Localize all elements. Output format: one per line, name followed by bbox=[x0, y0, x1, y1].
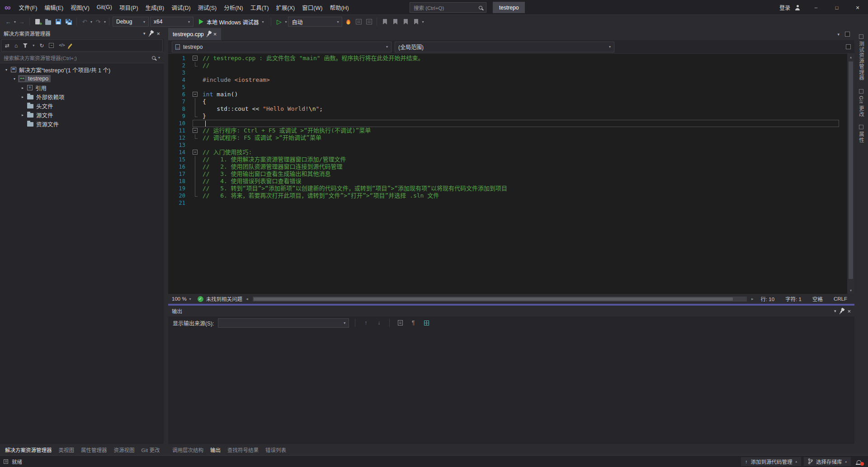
code-line-6[interactable]: 6−int main() bbox=[168, 91, 845, 98]
caret-line-indicator[interactable]: 行: 10 bbox=[757, 295, 778, 302]
tree-item[interactable]: ▾解决方案“testrepo”(1 个项目/共 1 个) bbox=[0, 65, 164, 74]
horizontal-scrollbar-thumb[interactable] bbox=[254, 297, 733, 301]
navigate-back-dropdown-icon[interactable]: ▾ bbox=[14, 20, 16, 24]
next-bookmark-icon[interactable] bbox=[401, 17, 410, 27]
debug-target-dropdown-icon[interactable]: ▾ bbox=[262, 20, 264, 24]
caret-char-indicator[interactable]: 字符: 1 bbox=[782, 295, 805, 302]
code-line-2[interactable]: 2// bbox=[168, 62, 845, 69]
undo-icon[interactable]: ↶ bbox=[80, 17, 89, 27]
vertical-scrollbar-thumb[interactable] bbox=[849, 61, 853, 279]
chevron-collapsed-icon[interactable]: ▸ bbox=[19, 95, 26, 99]
scroll-down-icon[interactable]: ▾ bbox=[850, 287, 852, 294]
save-all-icon[interactable] bbox=[64, 17, 73, 27]
menu-item-9[interactable]: 工具(T) bbox=[247, 0, 273, 14]
eol-indicator[interactable]: CRLF bbox=[830, 296, 851, 302]
attach-to-process-icon[interactable] bbox=[354, 17, 363, 27]
minimize-button[interactable]: ─ bbox=[806, 0, 826, 15]
toggle-word-wrap-icon[interactable]: ¶ bbox=[409, 318, 418, 327]
autohide-tab-2[interactable]: 属性 bbox=[858, 125, 865, 143]
menu-item-10[interactable]: 扩展(X) bbox=[273, 0, 299, 14]
fold-collapse-icon[interactable]: − bbox=[193, 56, 198, 61]
code-line-10[interactable]: 10 bbox=[168, 120, 845, 127]
tree-item[interactable]: 资源文件 bbox=[0, 119, 164, 128]
code-line-4[interactable]: 4#include <iostream> bbox=[168, 76, 845, 84]
active-documents-dropdown-icon[interactable]: ▾ bbox=[837, 32, 840, 37]
open-file-icon[interactable] bbox=[43, 17, 52, 27]
toolbar-overflow-icon[interactable]: ▾ bbox=[422, 20, 424, 24]
left-panel-tab-3[interactable]: 资源视图 bbox=[111, 445, 138, 455]
solution-explorer-search-box[interactable]: 搜索解决方案资源管理器(Ctrl+;) ▾ bbox=[0, 52, 164, 63]
zoom-dropdown[interactable]: 100 % ▾ bbox=[172, 296, 194, 302]
tree-item[interactable]: 头文件 bbox=[0, 101, 164, 110]
navigate-back-icon[interactable]: ← bbox=[4, 17, 13, 27]
output-panel-header[interactable]: 输出 ▾ × bbox=[168, 306, 854, 316]
menu-item-0[interactable]: 文件(F) bbox=[15, 0, 41, 14]
solution-configuration-dropdown[interactable]: Debug▾ bbox=[113, 17, 149, 27]
code-line-18[interactable]: 18// 4. 使用错误列表窗口查看错误 bbox=[168, 178, 845, 185]
notifications-button[interactable] bbox=[854, 457, 864, 466]
output-layout-icon[interactable] bbox=[422, 318, 431, 327]
solution-explorer-header[interactable]: 解决方案资源管理器 ▾ × bbox=[0, 28, 164, 39]
menu-item-5[interactable]: 生成(B) bbox=[142, 0, 168, 14]
menu-item-6[interactable]: 调试(D) bbox=[168, 0, 194, 14]
save-icon[interactable] bbox=[54, 17, 63, 27]
undo-dropdown-icon[interactable]: ▾ bbox=[90, 20, 92, 24]
scroll-left-icon[interactable]: ◂ bbox=[246, 297, 248, 301]
close-panel-icon[interactable]: × bbox=[847, 308, 851, 314]
window-position-dropdown-icon[interactable]: ▾ bbox=[143, 31, 146, 36]
search-options-dropdown-icon[interactable]: ▾ bbox=[158, 56, 160, 60]
bookmark-window-icon[interactable] bbox=[411, 17, 420, 27]
maximize-button[interactable]: □ bbox=[826, 0, 847, 15]
fold-collapse-icon[interactable]: − bbox=[193, 128, 198, 133]
code-line-8[interactable]: 8 std::cout << "Hello World!\n"; bbox=[168, 105, 845, 113]
view-code-icon[interactable]: </> bbox=[59, 43, 65, 47]
sign-in-button[interactable]: 登录 bbox=[775, 4, 795, 11]
code-area[interactable]: 1−// testrepo.cpp : 此文件包含 "main" 函数。程序执行… bbox=[168, 54, 854, 294]
home-icon[interactable]: ⌂ bbox=[14, 43, 18, 48]
horizontal-scrollbar[interactable] bbox=[253, 297, 747, 302]
code-line-14[interactable]: 14−// 入门使用技巧: bbox=[168, 149, 845, 156]
output-source-dropdown[interactable]: ▾ bbox=[218, 318, 349, 328]
project-scope-dropdown[interactable]: ++ testrepo ▾ bbox=[172, 42, 392, 52]
chevron-expanded-icon[interactable]: ▾ bbox=[11, 77, 18, 81]
menu-item-4[interactable]: 项目(P) bbox=[116, 0, 142, 14]
previous-message-icon[interactable]: ↑ bbox=[361, 318, 370, 327]
code-line-20[interactable]: 20// 6. 将来，若要再次打开此项目，请转到“文件”>“打开”>“项目”并选… bbox=[168, 192, 845, 199]
fold-margin[interactable]: − bbox=[192, 55, 200, 62]
chevron-collapsed-icon[interactable]: ▸ bbox=[19, 86, 26, 90]
quick-search-box[interactable]: 搜索 (Ctrl+Q) bbox=[410, 2, 486, 13]
fold-collapse-icon[interactable]: − bbox=[193, 92, 198, 97]
previous-bookmark-icon[interactable] bbox=[380, 17, 389, 27]
chevron-collapsed-icon[interactable]: ▸ bbox=[19, 113, 26, 117]
redo-icon[interactable]: ↷ bbox=[94, 17, 103, 27]
code-line-7[interactable]: 7{ bbox=[168, 98, 845, 105]
collapse-all-icon[interactable]: − bbox=[49, 43, 54, 48]
start-without-debugging-icon[interactable]: ▷ bbox=[274, 17, 283, 27]
split-editor-icon[interactable] bbox=[846, 44, 851, 49]
select-repository-button[interactable]: 选择存储库 ▴ bbox=[804, 457, 851, 466]
spaces-indicator[interactable]: 空格 bbox=[809, 295, 826, 302]
solution-name-badge[interactable]: testrepo bbox=[493, 2, 525, 13]
rename-icon[interactable] bbox=[69, 43, 73, 48]
menu-item-1[interactable]: 编辑(E) bbox=[41, 0, 67, 14]
window-position-dropdown-icon[interactable]: ▾ bbox=[834, 309, 836, 313]
chevron-expanded-icon[interactable]: ▾ bbox=[3, 68, 10, 72]
scroll-right-icon[interactable]: ▸ bbox=[751, 297, 754, 301]
code-line-16[interactable]: 16// 2. 使用团队资源管理器窗口连接到源代码管理 bbox=[168, 163, 845, 170]
bottom-panel-tab-0[interactable]: 调用层次结构 bbox=[169, 445, 207, 455]
clear-all-output-icon[interactable] bbox=[396, 318, 405, 327]
vertical-scrollbar[interactable]: ▴ ▾ bbox=[847, 54, 854, 294]
tree-item[interactable]: ▸≡引用 bbox=[0, 83, 164, 92]
solution-platform-dropdown[interactable]: x64▾ bbox=[150, 17, 193, 27]
code-line-17[interactable]: 17// 3. 使用输出窗口查看生成输出和其他消息 bbox=[168, 170, 845, 178]
code-line-1[interactable]: 1−// testrepo.cpp : 此文件包含 "main" 函数。程序执行… bbox=[168, 55, 845, 62]
bottom-panel-tab-3[interactable]: 错误列表 bbox=[262, 445, 289, 455]
code-line-13[interactable]: 13 bbox=[168, 142, 845, 149]
close-tab-icon[interactable]: × bbox=[213, 31, 217, 37]
toggle-bookmark-icon[interactable] bbox=[391, 17, 400, 27]
filter-dropdown-icon[interactable]: ▾ bbox=[33, 43, 34, 47]
hot-reload-target-dropdown[interactable]: 自动▾ bbox=[288, 17, 342, 27]
background-tasks-icon[interactable] bbox=[4, 459, 8, 464]
redo-dropdown-icon[interactable]: ▾ bbox=[104, 20, 106, 24]
code-line-9[interactable]: 9} bbox=[168, 113, 845, 120]
